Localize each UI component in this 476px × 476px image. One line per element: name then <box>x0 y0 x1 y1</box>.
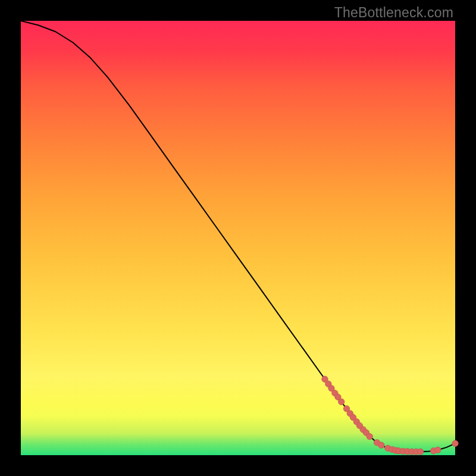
watermark-text: TheBottleneck.com <box>334 5 453 21</box>
chart-stage: TheBottleneck.com <box>0 0 476 476</box>
data-points <box>322 376 458 455</box>
data-point <box>452 440 458 446</box>
data-point <box>367 433 372 439</box>
data-point <box>435 447 441 453</box>
data-point <box>339 399 345 405</box>
chart-overlay-svg <box>21 21 455 455</box>
curve-line <box>21 21 455 452</box>
data-point <box>417 449 423 455</box>
data-point <box>378 442 384 448</box>
